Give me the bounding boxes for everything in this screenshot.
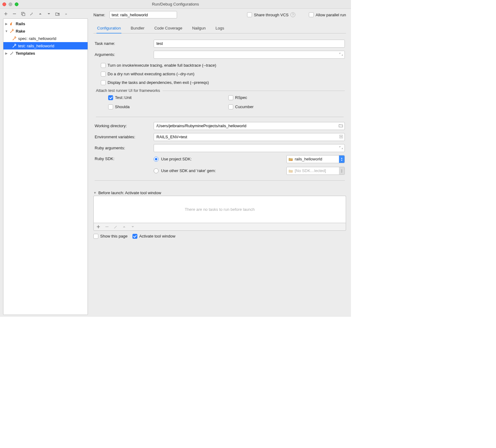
edit-icon <box>113 225 118 229</box>
prereqs-checkbox[interactable] <box>101 80 106 85</box>
folder-icon[interactable] <box>339 124 343 128</box>
move-up-icon <box>122 225 126 229</box>
trace-checkbox[interactable] <box>101 63 106 68</box>
dry-run-checkbox[interactable] <box>101 72 106 77</box>
activate-window-checkbox[interactable] <box>132 234 137 239</box>
move-down-icon[interactable] <box>47 12 51 16</box>
cucumber-checkbox[interactable] <box>228 104 233 109</box>
tree-item-test[interactable]: test: rails_helloworld <box>3 42 88 49</box>
titlebar: Run/Debug Configurations <box>0 0 351 9</box>
arguments-input[interactable] <box>154 51 345 59</box>
show-page-checkbox[interactable] <box>93 234 98 239</box>
tree-item-templates[interactable]: ▶ Templates <box>3 49 88 57</box>
before-launch-header: Before launch: Activate tool window <box>98 191 161 195</box>
allow-parallel-checkbox[interactable] <box>309 12 314 17</box>
rake-icon <box>10 29 14 33</box>
rake-icon <box>12 43 17 48</box>
share-vcs-label: Share through VCS <box>254 13 289 17</box>
configuration-tree: ▶ Rails ▼ Rake spec: rails_helloworld te… <box>3 18 88 315</box>
env-vars-label: Environment variables: <box>95 135 151 139</box>
wrench-icon[interactable] <box>30 12 34 16</box>
copy-icon[interactable] <box>21 12 25 16</box>
frameworks-fieldset: Attach test runner UI for frameworks Tes… <box>96 91 345 112</box>
minimize-window-button <box>9 2 12 6</box>
rails-icon <box>10 21 14 26</box>
tree-item-rake[interactable]: ▼ Rake <box>3 27 88 35</box>
more-icon[interactable]: » <box>64 12 68 16</box>
wrench-icon <box>10 51 14 56</box>
tree-item-rails[interactable]: ▶ Rails <box>3 20 88 27</box>
save-folder-icon[interactable] <box>55 12 60 16</box>
tab-nailgun[interactable]: Nailgun <box>191 24 206 33</box>
rake-icon <box>12 36 17 41</box>
share-vcs-checkbox[interactable] <box>247 12 252 17</box>
list-icon[interactable] <box>339 135 343 139</box>
ruby-sdk-label: Ruby SDK: <box>95 155 151 161</box>
use-other-sdk-radio[interactable] <box>154 168 159 173</box>
name-input[interactable] <box>109 11 177 18</box>
shoulda-checkbox[interactable] <box>108 104 113 109</box>
expand-icon[interactable] <box>339 146 343 150</box>
tab-configuration[interactable]: Configuration <box>96 24 121 33</box>
move-down-icon <box>131 225 135 229</box>
expand-icon[interactable] <box>339 52 343 57</box>
before-launch-list: There are no tasks to run before launch <box>93 196 346 223</box>
frameworks-legend: Attach test runner UI for frameworks <box>96 88 163 93</box>
close-window-button[interactable] <box>2 2 6 6</box>
ruby-args-label: Ruby arguments: <box>95 146 151 150</box>
maximize-window-button[interactable] <box>15 2 18 6</box>
remove-icon <box>105 225 109 229</box>
other-sdk-dropdown: [No SDK…lected] ▲▼ <box>286 167 345 175</box>
move-up-icon[interactable] <box>38 12 42 16</box>
project-sdk-dropdown[interactable]: rails_helloworld ▲▼ <box>286 155 345 163</box>
name-label: Name: <box>93 13 105 17</box>
sidebar-toolbar: » <box>3 10 88 18</box>
use-project-sdk-radio[interactable] <box>154 157 159 162</box>
task-name-label: Task name: <box>95 41 151 46</box>
working-dir-label: Working directory: <box>95 124 151 128</box>
ruby-args-input[interactable] <box>154 144 345 152</box>
working-dir-input[interactable] <box>154 122 345 130</box>
chevron-right-icon: ▶ <box>5 52 8 55</box>
arguments-label: Arguments: <box>95 52 151 57</box>
tab-code-coverage[interactable]: Code Coverage <box>154 24 183 33</box>
window-title: Run/Debug Configurations <box>152 2 199 6</box>
tab-logs[interactable]: Logs <box>215 24 225 33</box>
chevron-down-icon: ▼ <box>5 29 8 33</box>
add-icon[interactable] <box>96 225 100 229</box>
rspec-checkbox[interactable] <box>228 95 233 100</box>
folder-icon <box>289 157 293 161</box>
add-icon[interactable] <box>4 12 8 16</box>
help-icon[interactable]: ? <box>290 12 295 17</box>
test-unit-checkbox[interactable] <box>108 95 113 100</box>
tabs: Configuration Bundler Code Coverage Nail… <box>93 24 346 33</box>
tab-bundler[interactable]: Bundler <box>130 24 145 33</box>
allow-parallel-label: Allow parallel run <box>316 13 346 17</box>
env-vars-input[interactable] <box>154 133 345 141</box>
task-name-input[interactable] <box>154 40 345 48</box>
tree-item-spec[interactable]: spec: rails_helloworld <box>3 35 88 42</box>
remove-icon[interactable] <box>12 12 17 16</box>
folder-icon <box>289 169 293 173</box>
chevron-down-icon[interactable]: ▼ <box>93 191 96 195</box>
chevron-right-icon: ▶ <box>5 22 8 26</box>
svg-rect-1 <box>22 13 25 16</box>
